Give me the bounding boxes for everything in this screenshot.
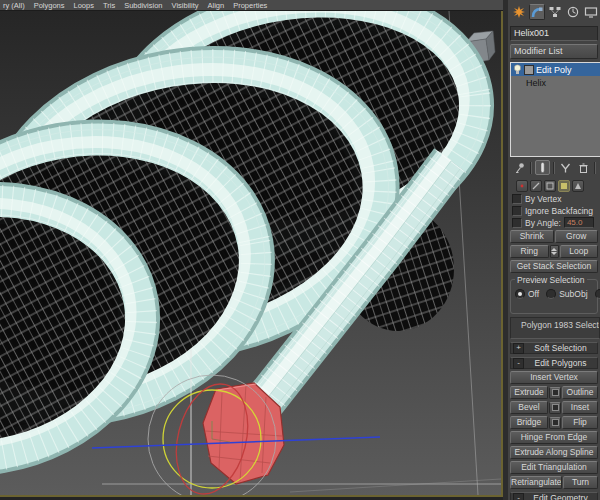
viewport-scene[interactable] — [0, 11, 501, 495]
preview-selection-title: Preview Selection — [515, 275, 587, 285]
by-angle-label: By Angle: — [525, 218, 561, 228]
loop-button[interactable]: Loop — [560, 245, 599, 258]
preview-subobj-radio[interactable] — [546, 289, 556, 299]
preview-off-label: Off — [528, 289, 539, 299]
motion-icon — [566, 5, 580, 19]
rollout-expand-icon[interactable]: + — [513, 343, 524, 354]
command-panel-tabs — [508, 0, 600, 22]
rollout-title: Soft Selection — [524, 343, 597, 353]
pin-stack-icon[interactable] — [512, 160, 527, 175]
menu-item-align[interactable]: Align — [208, 1, 225, 10]
menu-item-subdivision[interactable]: Subdivision — [124, 1, 162, 10]
edit-geometry-rollout[interactable]: - Edit Geometry — [510, 492, 598, 500]
bevel-settings-icon[interactable] — [549, 402, 561, 414]
subobject-level-buttons — [508, 179, 600, 192]
rollout-collapse-icon[interactable]: - — [513, 493, 524, 500]
extrude-along-spline-button[interactable]: Extrude Along Spline — [510, 446, 598, 459]
command-panel: Helix001 Modifier List Edit Poly Helix — [508, 0, 600, 500]
ring-loop-spinner[interactable] — [550, 245, 559, 258]
menu-item-visibility[interactable]: Visibility — [172, 1, 199, 10]
extrude-settings-icon[interactable] — [549, 387, 561, 399]
bridge-settings-icon[interactable] — [549, 417, 561, 429]
modifier-stack-item-helix[interactable]: Helix — [511, 76, 600, 89]
by-angle-value-field[interactable]: 45.0 — [564, 217, 594, 228]
soft-selection-rollout[interactable]: + Soft Selection — [510, 342, 598, 354]
ignore-backfacing-row: Ignore Backfacing — [512, 205, 600, 216]
menu-item-tris[interactable]: Tris — [103, 1, 115, 10]
ring-button[interactable]: Ring — [510, 245, 549, 258]
retriangulate-button[interactable]: Retriangulate — [510, 476, 562, 489]
modify-icon — [530, 5, 544, 19]
modifier-stack-label: Helix — [526, 78, 546, 88]
polygon-subobject-icon[interactable] — [558, 180, 570, 192]
make-unique-icon[interactable] — [558, 160, 573, 175]
by-vertex-checkbox[interactable] — [512, 194, 522, 204]
inset-button[interactable]: Inset — [562, 401, 598, 414]
menu-item-loops[interactable]: Loops — [74, 1, 94, 10]
hinge-from-edge-button[interactable]: Hinge From Edge — [510, 431, 598, 444]
modifier-icon — [524, 65, 534, 75]
rollout-title: Edit Polygons — [524, 358, 597, 368]
insert-vertex-button[interactable]: Insert Vertex — [510, 371, 598, 384]
modifier-stack-item-edit-poly[interactable]: Edit Poly — [511, 63, 600, 76]
object-name-field[interactable]: Helix001 — [510, 26, 598, 41]
create-icon — [513, 6, 525, 18]
turn-button[interactable]: Turn — [563, 476, 598, 489]
preview-off-radio[interactable] — [515, 289, 525, 299]
edge-subobject-icon[interactable] — [530, 180, 542, 192]
modifier-list-dropdown[interactable]: Modifier List — [510, 44, 598, 59]
rollout-collapse-icon[interactable]: - — [513, 358, 524, 369]
grow-button[interactable]: Grow — [555, 230, 599, 243]
display-tab[interactable] — [583, 4, 599, 20]
preview-multi-radio[interactable] — [595, 289, 600, 299]
by-angle-checkbox[interactable] — [512, 218, 522, 228]
motion-tab[interactable] — [565, 4, 581, 20]
modifier-stack-toolbar — [508, 159, 600, 176]
modify-tab[interactable] — [529, 4, 545, 20]
create-tab[interactable] — [511, 4, 527, 20]
menu-item-properties[interactable]: Properties — [233, 1, 267, 10]
modifier-stack-label: Edit Poly — [536, 65, 572, 75]
bevel-button[interactable]: Bevel — [510, 401, 548, 414]
visibility-bulb-icon[interactable] — [513, 64, 522, 75]
element-subobject-icon[interactable] — [572, 180, 584, 192]
outline-button[interactable]: Outline — [562, 386, 598, 399]
rollout-title: Edit Geometry — [524, 493, 597, 500]
get-stack-selection-button[interactable]: Get Stack Selection — [510, 260, 598, 273]
menu-item-polygons[interactable]: Polygons — [34, 1, 65, 10]
menu-item-geometry-all[interactable]: ry (All) — [3, 1, 25, 10]
by-angle-row: By Angle: 45.0 — [512, 217, 600, 228]
edit-triangulation-button[interactable]: Edit Triangulation — [510, 461, 598, 474]
hierarchy-icon — [548, 5, 562, 19]
flip-button[interactable]: Flip — [562, 416, 598, 429]
perspective-viewport[interactable] — [0, 11, 503, 497]
extrude-button[interactable]: Extrude — [510, 386, 548, 399]
shrink-button[interactable]: Shrink — [510, 230, 554, 243]
ignore-backfacing-label: Ignore Backfacing — [525, 206, 593, 216]
hierarchy-tab[interactable] — [547, 4, 563, 20]
preview-subobj-label: SubObj — [559, 289, 587, 299]
show-end-result-icon[interactable] — [535, 160, 550, 175]
by-vertex-label: By Vertex — [525, 194, 561, 204]
selection-status-text: Polygon 1983 Selected — [510, 317, 600, 339]
by-vertex-row: By Vertex — [512, 193, 600, 204]
display-icon — [584, 5, 598, 19]
remove-modifier-icon[interactable] — [576, 160, 591, 175]
edit-polygons-rollout[interactable]: - Edit Polygons — [510, 357, 598, 369]
quad-menu-bar: ry (All) Polygons Loops Tris Subdivision… — [0, 0, 506, 11]
vertex-subobject-icon[interactable] — [516, 180, 528, 192]
border-subobject-icon[interactable] — [544, 180, 556, 192]
modifier-stack: Edit Poly Helix — [510, 62, 600, 157]
bridge-button[interactable]: Bridge — [510, 416, 548, 429]
preview-selection-group: Preview Selection Off SubObj Multi — [510, 279, 598, 314]
ignore-backfacing-checkbox[interactable] — [512, 206, 522, 216]
